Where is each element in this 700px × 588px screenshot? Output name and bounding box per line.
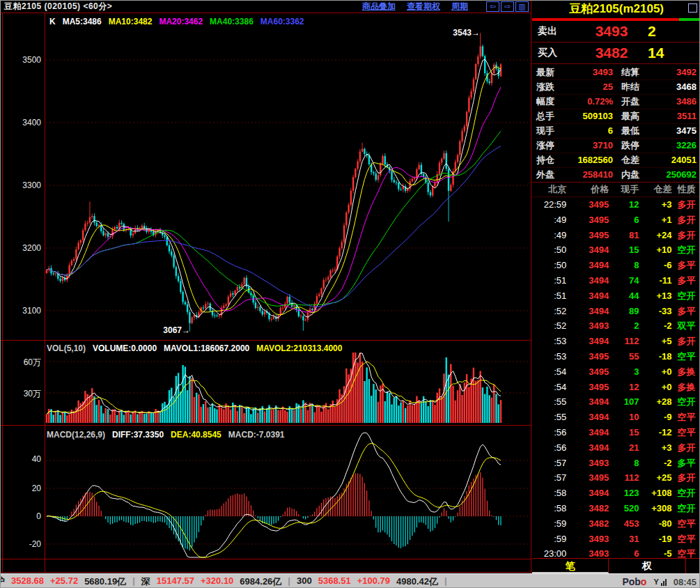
status-segment: 15147.57 (157, 575, 194, 588)
axis-tick-label: 0 (1, 511, 41, 521)
tape-cell: 空平 (678, 516, 700, 532)
tape-cell: 双平 (678, 318, 700, 334)
tape-cell: :52 (536, 318, 566, 334)
tape-cell: :53 (536, 349, 566, 364)
tape-cell: :57 (536, 456, 566, 471)
tape-cell: 3494 (566, 440, 609, 456)
tape-cell: 多平 (678, 273, 700, 288)
quote-value: 250692 (653, 168, 697, 182)
tape-cell: -2 (639, 456, 671, 471)
axis-tick-label: 20 (1, 483, 41, 493)
tape-cell: :50 (536, 258, 566, 273)
axis-tick-label: -20 (1, 539, 41, 549)
tape-cell: 多开 (678, 470, 700, 486)
quote-value: 0.72% (567, 95, 613, 109)
axis-divider (45, 13, 45, 573)
quote-value: 258410 (567, 168, 613, 182)
back-icon[interactable]: ⇦ (486, 1, 499, 12)
tape-header-cell: 仓差 (639, 183, 671, 196)
tape-cell: :53 (536, 334, 566, 349)
tape-cell: 3494 (566, 334, 609, 349)
tape-cell: 123 (609, 486, 639, 501)
tape-cell: +24 (639, 228, 671, 243)
tape-cell: :50 (536, 242, 566, 258)
status-segment: | (288, 575, 290, 588)
tape-cell: 2 (609, 318, 639, 334)
axis-tick-label: 3300 (1, 180, 41, 190)
kline-vol-macd-chart[interactable] (1, 13, 531, 573)
signal-icon: Y (653, 578, 666, 586)
quote-label: 内盘 (621, 168, 653, 182)
tape-cell: -18 (639, 349, 671, 364)
panel-divider (531, 1, 531, 573)
tape-cell: 多开 (678, 440, 700, 456)
chart-area[interactable]: KMA5:3486MA10:3482MA20:3462MA40:3386MA60… (1, 13, 531, 573)
tape-cell: -12 (639, 425, 671, 440)
tape-cell: 112 (609, 470, 639, 486)
tape-cell: 89 (609, 304, 639, 319)
quote-label: 外盘 (536, 168, 567, 182)
tape-cell: 空开 (678, 486, 700, 501)
menu-period[interactable]: 周期 (451, 1, 468, 13)
quote-label: 最低 (621, 124, 653, 138)
status-right: Pobo Y 08:45 (622, 576, 700, 587)
quote-panel-header: 豆粕2105(m2105) (532, 1, 700, 18)
status-segment: +100.79 (357, 575, 390, 588)
tape-cell: 15 (609, 425, 639, 440)
kline-indicator-header: KMA5:3486MA10:3482MA20:3462MA40:3386MA60… (49, 17, 311, 26)
status-segment: 3528.68 (11, 575, 44, 588)
tape-list[interactable]: 22:59349512+3多开:4934956+1多开:49349581+24多… (532, 197, 700, 562)
quote-value: 3492 (653, 65, 697, 79)
menu-overlay-commodity[interactable]: 商品叠加 (362, 1, 396, 13)
tape-cell: +25 (639, 470, 671, 486)
tape-header-cell: 现手 (609, 183, 639, 196)
tape-row: :583482520+308空开 (532, 501, 700, 516)
bid-row: 买入 3482 14 (532, 42, 700, 64)
quote-value: 6 (567, 124, 613, 138)
tape-cell: 21 (609, 440, 639, 456)
tape-row: :53349555-18空平 (532, 349, 700, 364)
quote-row: 总手509103最高3511 (536, 109, 697, 124)
quote-row: 持仓1682560仓差24051 (536, 153, 697, 168)
tape-cell: 空开 (678, 394, 700, 410)
tape-cell: 空平 (678, 532, 700, 547)
menu-view-options[interactable]: 查看期权 (407, 1, 440, 13)
status-segment: 深 (141, 575, 150, 588)
tape-cell: 多换 (678, 380, 700, 395)
ma-label: MA5:3486 (63, 17, 102, 26)
bid-price: 3482 (575, 45, 648, 61)
tape-cell: 空平 (678, 349, 700, 364)
tape-cell: 3495 (566, 197, 609, 212)
quote-label: 总手 (536, 109, 567, 123)
buy-sell-strength-bar (532, 18, 700, 21)
tape-cell: :54 (536, 364, 566, 380)
tape-cell: 31 (609, 532, 639, 547)
divider (1, 572, 531, 573)
tab-options[interactable]: 权 (609, 559, 686, 573)
tape-row: :56349421+3多开 (532, 440, 700, 456)
high-annotation: 3543→ (417, 28, 480, 38)
tape-cell: 3495 (566, 470, 609, 486)
ma-label: MA20:3462 (159, 17, 203, 26)
forward-icon[interactable]: ⇨ (501, 1, 514, 12)
tape-cell: 3493 (566, 532, 609, 547)
tape-cell: 3 (609, 364, 639, 380)
restore-window-icon[interactable] (688, 3, 697, 13)
tab-tape[interactable]: 笔 (532, 559, 609, 573)
axis-tick-label: 3400 (1, 118, 41, 127)
tape-cell: :55 (536, 394, 566, 410)
tape-row: :583494123+108空开 (532, 486, 700, 501)
tape-row: :56349415-12空平 (532, 425, 700, 440)
tape-cell: 8 (609, 456, 639, 471)
quote-label: 涨跌 (536, 80, 567, 94)
tape-row: :52349489-33多平 (532, 304, 700, 319)
strength-green (679, 18, 700, 21)
tape-cell: +13 (639, 288, 671, 304)
tape-cell: :59 (536, 532, 566, 547)
tape-cell: :58 (536, 486, 566, 501)
tape-cell: :49 (536, 212, 566, 228)
tape-cell: -11 (639, 273, 671, 288)
macd-label: MACD:-7.0391 (228, 430, 285, 440)
axis-tick-label: 3200 (1, 243, 41, 253)
split-window-icon[interactable]: ▥ (515, 1, 529, 12)
